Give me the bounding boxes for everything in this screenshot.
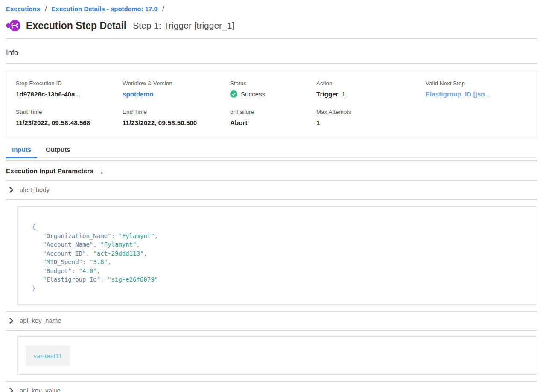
page-title: Execution Step Detail: [26, 20, 126, 32]
field-label: Workflow & Version: [123, 80, 230, 87]
down-arrow-icon[interactable]: ↓: [100, 167, 104, 175]
field-label: Action: [316, 80, 426, 87]
field-value: 1: [316, 119, 426, 126]
section-title: Execution Input Parameters: [6, 167, 93, 175]
field-label: Valid Next Step: [426, 80, 532, 87]
param-row-api-key-name[interactable]: api_key_name: [6, 312, 537, 330]
info-field-action: Action Trigger_1: [316, 80, 426, 98]
info-heading: Info: [6, 48, 537, 58]
tab-inputs[interactable]: Inputs: [6, 144, 37, 158]
json-code-block: { "Organization_Name": "Fylamynt", "Acco…: [32, 223, 520, 293]
info-field-onfailure: onFailure Abort: [230, 109, 316, 126]
alert-body-json-card: { "Organization_Name": "Fylamynt", "Acco…: [17, 206, 537, 305]
info-field-empty: [426, 109, 532, 126]
fylamynt-logo-icon: [6, 19, 20, 32]
field-label: Step Execution ID: [16, 80, 123, 87]
param-name: api_key_value: [20, 387, 61, 392]
breadcrumb-separator: /: [45, 5, 47, 12]
success-check-icon: [230, 90, 237, 98]
execution-input-parameters-header: Execution Input Parameters ↓: [6, 161, 537, 180]
breadcrumb-separator: /: [162, 5, 164, 12]
chevron-right-icon: [9, 187, 14, 193]
workflow-link[interactable]: spotdemo: [123, 90, 230, 98]
info-field-max-attempts: Max Attempts 1: [316, 109, 426, 126]
chevron-right-icon: [9, 388, 14, 392]
info-field-valid-next-step: Valid Next Step Elastigroup_ID [jso...: [426, 80, 532, 98]
api-key-name-value-card: var-test11: [17, 336, 537, 375]
divider: [6, 38, 537, 39]
tab-outputs[interactable]: Outputs: [40, 144, 76, 158]
info-field-step-execution-id: Step Execution ID 1d97828c-13b6-40a...: [16, 80, 123, 98]
tab-bar: Inputs Outputs: [6, 144, 537, 158]
field-value: 11/23/2022, 09:58:48.568: [16, 119, 123, 126]
field-label: onFailure: [230, 109, 316, 115]
page-header: Execution Step Detail Step 1: Trigger [t…: [6, 18, 537, 33]
valid-next-step-link[interactable]: Elastigroup_ID [jso...: [426, 90, 532, 98]
divider: [6, 330, 537, 331]
page: Executions / Execution Details - spotdem…: [0, 0, 543, 392]
param-name: alert_body: [20, 186, 50, 193]
param-row-alert-body[interactable]: alert_body: [6, 181, 537, 199]
breadcrumb-link-executions[interactable]: Executions: [6, 5, 40, 12]
info-field-status: Status Success: [230, 80, 316, 98]
info-field-workflow-version: Workflow & Version spotdemo: [123, 80, 230, 98]
page-subtitle: Step 1: Trigger [trigger_1]: [133, 20, 234, 31]
chevron-right-icon: [9, 318, 14, 324]
status-text: Success: [241, 90, 265, 98]
field-label: Status: [230, 80, 316, 87]
divider: [6, 63, 537, 64]
field-value: Abort: [230, 119, 316, 126]
field-label: Max Attempts: [316, 109, 426, 115]
status-badge: Success: [230, 90, 316, 98]
info-card: Step Execution ID 1d97828c-13b6-40a... W…: [6, 71, 537, 137]
field-label: End Time: [123, 109, 230, 115]
field-value: 11/23/2022, 09:58:50.500: [123, 119, 230, 126]
breadcrumb-link-execution-details[interactable]: Execution Details - spotdemo: 17.0: [52, 5, 158, 12]
field-value: 1d97828c-13b6-40a...: [16, 90, 123, 98]
field-label: Start Time: [16, 109, 123, 115]
info-field-start-time: Start Time 11/23/2022, 09:58:48.568: [16, 109, 123, 126]
param-name: api_key_name: [20, 317, 61, 324]
api-key-name-value-chip: var-test11: [26, 345, 70, 366]
breadcrumb: Executions / Execution Details - spotdem…: [6, 0, 537, 14]
info-field-end-time: End Time 11/23/2022, 09:58:50.500: [123, 109, 230, 126]
param-row-api-key-value[interactable]: api_key_value: [6, 382, 537, 392]
field-value: Trigger_1: [316, 90, 426, 98]
divider: [6, 199, 537, 200]
